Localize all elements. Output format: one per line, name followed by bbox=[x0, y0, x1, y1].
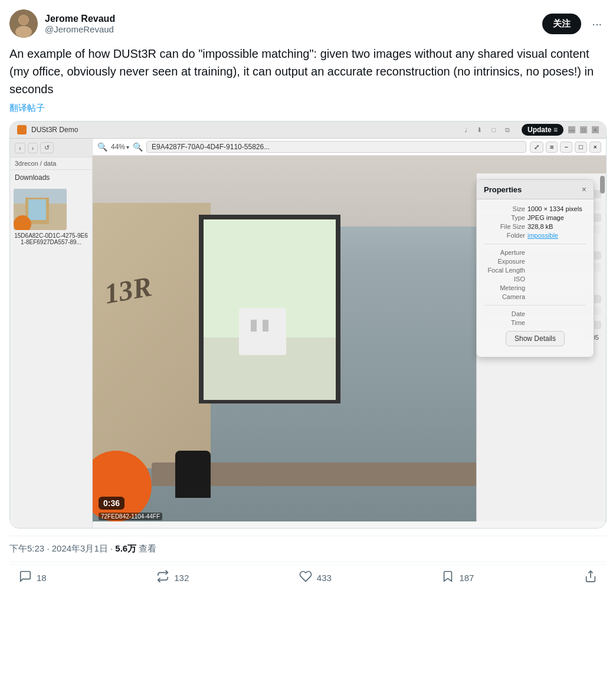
prop-iso-label: ISO bbox=[484, 275, 525, 283]
thumbnail-item[interactable]: 15D6A82C-0D1C-4275-9E61-8EF6927DA557-89.… bbox=[10, 185, 92, 249]
maximize-button[interactable]: □ bbox=[580, 126, 587, 133]
minus-button[interactable]: − bbox=[560, 142, 572, 153]
expand-button[interactable]: ⤢ bbox=[530, 142, 543, 153]
scrollbar-thumb[interactable] bbox=[600, 176, 605, 193]
author-info: Jerome Revaud @JeromeRevaud bbox=[45, 14, 115, 34]
prop-time-row: Time bbox=[484, 319, 586, 326]
prop-camera-row: Camera bbox=[484, 293, 586, 300]
addr-close-button[interactable]: × bbox=[589, 142, 601, 153]
like-count: 433 bbox=[317, 573, 332, 583]
translate-link[interactable]: 翻译帖子 bbox=[9, 103, 607, 114]
properties-title: Properties bbox=[484, 185, 522, 194]
tweet-actions: 关注 ··· bbox=[542, 14, 607, 34]
prop-focal-row: Focal Length bbox=[484, 267, 586, 274]
prop-type-row: Type JPEG image bbox=[484, 214, 586, 221]
minimize-button[interactable]: — bbox=[568, 126, 575, 133]
properties-close-button[interactable]: × bbox=[582, 185, 586, 194]
bookmark-count: 187 bbox=[459, 573, 474, 583]
properties-panel: Properties × Size 1000 × 1334 pixels Typ… bbox=[476, 179, 594, 357]
comment-button[interactable]: 18 bbox=[19, 570, 47, 586]
comment-count: 18 bbox=[37, 573, 47, 583]
prop-folder-value[interactable]: impossible bbox=[527, 232, 558, 239]
retweet-icon bbox=[156, 570, 169, 586]
prop-filesize-row: File Size 328,8 kB bbox=[484, 223, 586, 230]
prop-size-value: 1000 × 1334 pixels bbox=[527, 205, 582, 212]
tweet-header: Jerome Revaud @JeromeRevaud 关注 ··· bbox=[9, 9, 607, 38]
app-title-left: DUSt3R Demo bbox=[17, 125, 78, 134]
prop-metering-row: Metering bbox=[484, 284, 586, 291]
sidebar-nav: ‹ › ↺ bbox=[10, 139, 92, 157]
app-window-controls: ♩ ⬇ □ ⧉ Update ≡ — □ × bbox=[464, 124, 599, 136]
image-view: 13R Properties × bbox=[93, 156, 606, 521]
nav-refresh-button[interactable]: ↺ bbox=[40, 142, 54, 153]
prop-size-label: Size bbox=[484, 205, 525, 212]
prop-exposure-row: Exposure bbox=[484, 258, 586, 265]
prop-folder-row: Folder impossible bbox=[484, 232, 586, 239]
prop-metering-label: Metering bbox=[484, 284, 525, 291]
avatar[interactable] bbox=[9, 9, 38, 38]
zoom-plus-icon[interactable]: 🔍 bbox=[133, 142, 143, 152]
prop-camera-label: Camera bbox=[484, 293, 525, 300]
svg-point-2 bbox=[15, 26, 32, 38]
file-sidebar: ‹ › ↺ 3drecon / data Downloads bbox=[10, 139, 93, 528]
sidebar-item-downloads[interactable]: Downloads bbox=[10, 170, 92, 185]
zoom-minus-icon[interactable]: 🔍 bbox=[97, 142, 107, 152]
prop-exposure-label: Exposure bbox=[484, 258, 525, 265]
app-title-bar: DUSt3R Demo ♩ ⬇ □ ⧉ Update ≡ — □ × bbox=[10, 122, 606, 139]
prop-aperture-row: Aperture bbox=[484, 249, 586, 256]
address-bar: 🔍 44% ▾ 🔍 E9A4287F-70A0-4D4F-9110-55826.… bbox=[93, 139, 606, 156]
media-container: DUSt3R Demo ♩ ⬇ □ ⧉ Update ≡ — □ × ‹ bbox=[9, 121, 607, 529]
update-button[interactable]: Update ≡ bbox=[522, 124, 563, 136]
prop-type-label: Type bbox=[484, 214, 525, 221]
nav-back-button[interactable]: ‹ bbox=[15, 143, 25, 153]
show-details-button[interactable]: Show Details bbox=[506, 331, 565, 346]
svg-point-3 bbox=[19, 15, 28, 25]
properties-button[interactable]: ≡ bbox=[546, 142, 558, 153]
svg-rect-14 bbox=[204, 219, 336, 400]
like-button[interactable]: 433 bbox=[299, 570, 332, 586]
app-title: DUSt3R Demo bbox=[31, 126, 78, 134]
prop-time-label: Time bbox=[484, 319, 525, 326]
zoom-dropdown-icon[interactable]: ▾ bbox=[126, 144, 129, 150]
wall-left bbox=[93, 203, 211, 468]
thumbnail-box bbox=[14, 189, 67, 230]
zoom-level: 44% ▾ bbox=[111, 143, 129, 151]
thumbnail-label: 15D6A82C-0D1C-4275-9E61-8EF6927DA557-89.… bbox=[14, 232, 89, 245]
retweet-button[interactable]: 132 bbox=[156, 570, 189, 586]
url-field[interactable]: E9A4287F-70A0-4D4F-9110-55826... bbox=[146, 141, 526, 153]
heart-icon bbox=[299, 570, 312, 586]
more-button[interactable]: ··· bbox=[587, 15, 607, 33]
bookmark-button[interactable]: 187 bbox=[441, 570, 474, 586]
zoom-value: 44% bbox=[111, 143, 125, 151]
avatar-image bbox=[9, 9, 38, 38]
svg-rect-7 bbox=[28, 199, 46, 220]
tweet-meta: 下午5:23 · 2024年3月1日 · 5.6万 查看 bbox=[9, 536, 607, 562]
prop-filesize-value: 328,8 kB bbox=[527, 223, 553, 230]
square-button[interactable]: □ bbox=[575, 142, 587, 153]
properties-header: Properties × bbox=[477, 180, 594, 199]
follow-button[interactable]: 关注 bbox=[542, 14, 581, 34]
author-handle[interactable]: @JeromeRevaud bbox=[45, 24, 115, 34]
bookmark-icon bbox=[441, 570, 454, 586]
tweet-date: 2024年3月1日 bbox=[52, 543, 108, 553]
properties-body: Size 1000 × 1334 pixels Type JPEG image … bbox=[477, 199, 594, 357]
share-button[interactable] bbox=[584, 570, 597, 586]
bottom-filename: 72FED842-1104-44FF bbox=[99, 513, 162, 520]
prop-filesize-label: File Size bbox=[484, 223, 525, 230]
author-name[interactable]: Jerome Revaud bbox=[45, 14, 115, 24]
nav-forward-button[interactable]: › bbox=[28, 143, 38, 153]
tweet-separator-1: · bbox=[47, 543, 49, 553]
close-window-button[interactable]: × bbox=[592, 126, 599, 133]
props-divider-2 bbox=[484, 305, 586, 306]
file-breadcrumb: 3drecon / data bbox=[10, 157, 92, 170]
props-divider-1 bbox=[484, 244, 586, 244]
prop-iso-row: ISO bbox=[484, 275, 586, 283]
toolbar-icon-2: ⬇ bbox=[477, 126, 482, 134]
prop-date-row: Date bbox=[484, 310, 586, 317]
app-icon bbox=[17, 125, 27, 134]
engagement-bar: 18 132 433 bbox=[9, 565, 607, 590]
screenshot-area: ‹ › ↺ 3drecon / data Downloads bbox=[10, 139, 606, 528]
timer-badge: 0:36 bbox=[99, 497, 124, 510]
toolbar-icon-3: □ bbox=[492, 126, 496, 134]
prop-type-value: JPEG image bbox=[527, 214, 564, 221]
